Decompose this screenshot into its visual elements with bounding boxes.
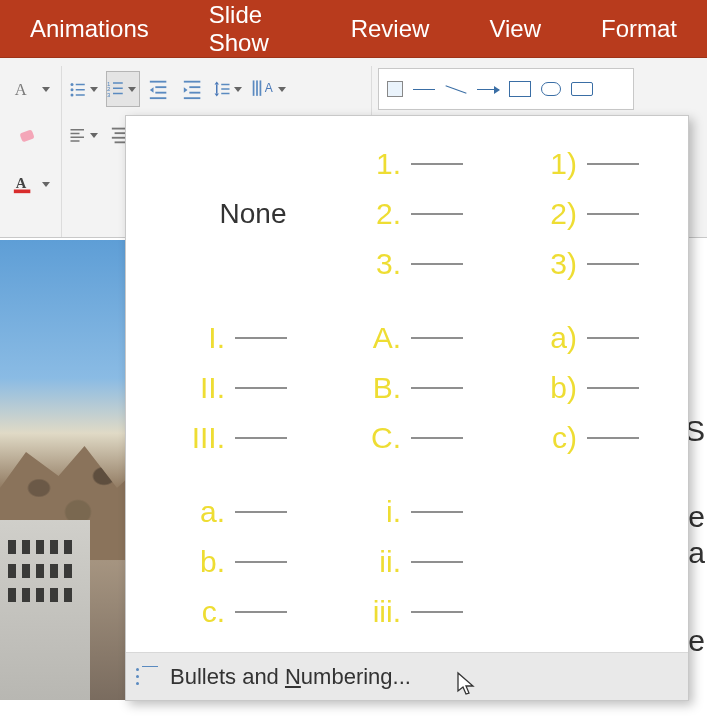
svg-rect-7 <box>76 89 85 91</box>
bullets-icon <box>69 78 87 100</box>
svg-rect-13 <box>113 88 123 90</box>
decrease-indent-icon <box>148 78 170 100</box>
line-shape-icon <box>413 89 435 90</box>
tab-view[interactable]: View <box>459 0 571 57</box>
svg-rect-43 <box>115 141 126 143</box>
eraser-icon <box>17 124 39 146</box>
letter-a-icon: A <box>12 78 34 100</box>
svg-point-8 <box>71 94 74 97</box>
arrow-shape-icon <box>477 89 499 90</box>
slide-image <box>0 240 130 700</box>
bullets-button[interactable] <box>68 71 102 107</box>
none-label: None <box>220 198 287 230</box>
svg-rect-17 <box>155 86 166 88</box>
svg-text:A: A <box>15 80 27 99</box>
svg-rect-33 <box>256 80 258 95</box>
svg-text:A: A <box>265 81 273 95</box>
svg-rect-9 <box>76 94 85 96</box>
numbering-option-decimal-paren[interactable]: 1) 2) 3) <box>518 134 678 294</box>
oval-shape-icon <box>541 82 561 96</box>
svg-rect-41 <box>115 132 126 134</box>
text-direction-icon: A <box>251 78 275 100</box>
ribbon-tabs: Animations Slide Show Review View Format <box>0 0 707 58</box>
svg-rect-19 <box>155 92 166 94</box>
svg-marker-18 <box>150 87 154 93</box>
slide-text-fragment: e <box>688 624 705 658</box>
tab-slideshow[interactable]: Slide Show <box>179 0 321 57</box>
roundrect-shape-icon <box>571 82 593 96</box>
svg-marker-23 <box>184 87 188 93</box>
increase-indent-icon <box>182 78 204 100</box>
svg-rect-16 <box>150 81 167 83</box>
slide-text-fragment: a <box>688 536 705 570</box>
text-direction-button[interactable]: A <box>250 71 290 107</box>
font-color-button[interactable]: A <box>6 166 54 202</box>
svg-rect-11 <box>113 82 123 84</box>
svg-text:A: A <box>16 175 27 191</box>
svg-rect-24 <box>189 92 200 94</box>
svg-rect-27 <box>216 85 218 94</box>
numbering-option-decimal-period[interactable]: 1. 2. 3. <box>342 134 502 294</box>
increase-indent-button[interactable] <box>178 71 208 107</box>
align-left-button[interactable] <box>68 117 102 153</box>
tab-review[interactable]: Review <box>321 0 460 57</box>
font-format-button[interactable]: A <box>6 71 54 107</box>
svg-point-6 <box>71 88 74 91</box>
line-spacing-icon <box>213 78 231 100</box>
svg-rect-39 <box>71 140 80 142</box>
svg-rect-36 <box>71 129 85 131</box>
line2-shape-icon <box>445 85 466 93</box>
svg-rect-25 <box>184 97 201 99</box>
svg-rect-37 <box>71 133 80 135</box>
svg-rect-3 <box>14 190 31 194</box>
align-left-icon <box>69 124 87 146</box>
svg-marker-28 <box>215 94 220 97</box>
shapes-gallery[interactable] <box>378 68 634 110</box>
svg-rect-29 <box>221 84 229 86</box>
numbering-option-lower-roman[interactable]: i. ii. iii. <box>342 482 502 642</box>
svg-rect-38 <box>71 137 85 139</box>
font-color-icon: A <box>12 173 34 195</box>
svg-rect-34 <box>260 80 262 95</box>
svg-rect-32 <box>253 80 255 95</box>
numbering-option-lower-alpha-paren[interactable]: a) b) c) <box>518 308 678 468</box>
numbering-icon: 123 <box>107 78 125 100</box>
textbox-icon <box>387 81 403 97</box>
svg-rect-31 <box>221 93 229 95</box>
svg-rect-30 <box>221 88 229 90</box>
svg-rect-5 <box>76 84 85 86</box>
svg-rect-20 <box>150 97 167 99</box>
rect-shape-icon <box>509 81 531 97</box>
numbering-button[interactable]: 123 <box>106 71 140 107</box>
list-icon <box>136 666 158 688</box>
tab-animations[interactable]: Animations <box>0 0 179 57</box>
svg-rect-15 <box>113 93 123 95</box>
line-spacing-button[interactable] <box>212 71 246 107</box>
numbering-option-lower-alpha-period[interactable]: a. b. c. <box>166 482 326 642</box>
svg-text:3: 3 <box>107 92 111 98</box>
numbering-dropdown: None 1. 2. 3. 1) 2) 3) I. II. III. A. B.… <box>125 115 689 701</box>
tab-format[interactable]: Format <box>571 0 707 57</box>
decrease-indent-button[interactable] <box>144 71 174 107</box>
numbering-option-upper-alpha[interactable]: A. B. C. <box>342 308 502 468</box>
svg-rect-1 <box>19 129 34 142</box>
svg-rect-22 <box>189 86 200 88</box>
svg-point-4 <box>71 83 74 86</box>
bullets-and-numbering-menuitem[interactable]: Bullets and Numbering... <box>126 652 688 700</box>
bullets-and-numbering-label: Bullets and Numbering... <box>170 664 411 690</box>
clear-formatting-button[interactable] <box>6 117 50 153</box>
numbering-option-upper-roman[interactable]: I. II. III. <box>166 308 326 468</box>
svg-marker-26 <box>215 82 220 85</box>
numbering-option-none[interactable]: None <box>166 134 326 294</box>
svg-rect-21 <box>184 81 201 83</box>
